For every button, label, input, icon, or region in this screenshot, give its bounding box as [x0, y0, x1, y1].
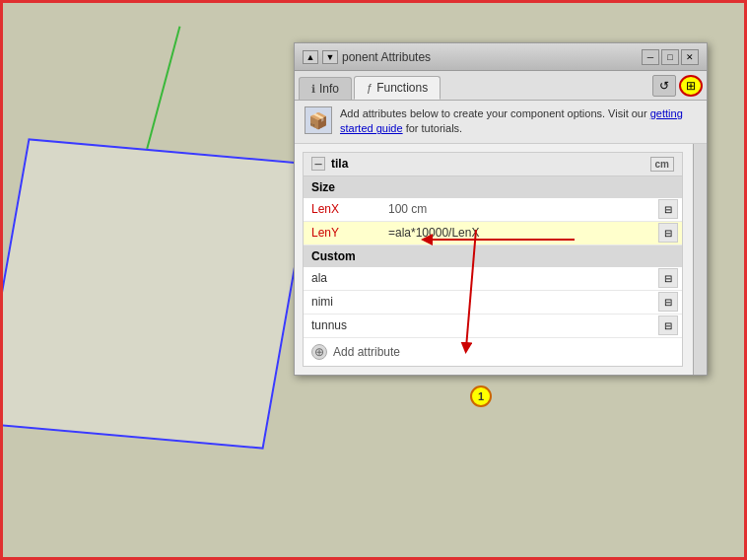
leny-value: =ala*10000/LenX — [382, 222, 658, 244]
titlebar-scroll-up[interactable]: ▲ — [303, 50, 318, 64]
add-attribute-row[interactable]: ⊕ Add attribute — [304, 338, 682, 366]
lenx-edit-button[interactable]: ⊟ — [658, 199, 678, 219]
component-attributes-dialog: ▲ ▼ ponent Attributes ─ □ ✕ ℹ Info ƒ Fun… — [294, 42, 708, 376]
tab-info[interactable]: ℹ Info — [299, 77, 352, 100]
size-group-header: Size — [304, 176, 682, 198]
collapse-button[interactable]: ─ — [311, 157, 325, 171]
extra-button[interactable]: ⊞ — [679, 75, 703, 97]
main-content: ─ tila cm Size LenX 100 cm ⊟ LenY =ala*1… — [295, 144, 707, 375]
tunnus-value — [382, 321, 658, 329]
nimi-edit-button[interactable]: ⊟ — [658, 292, 678, 312]
nimi-row: nimi ⊟ — [304, 291, 682, 315]
scrollbar[interactable] — [693, 144, 707, 375]
add-attribute-icon: ⊕ — [311, 344, 327, 360]
component-name: tila — [331, 157, 348, 171]
tunnus-name: tunnus — [304, 315, 382, 336]
component-section: ─ tila cm Size LenX 100 cm ⊟ LenY =ala*1… — [303, 152, 683, 367]
ala-value — [382, 274, 658, 282]
tab-functions-label: Functions — [376, 81, 428, 95]
component-icon: 📦 — [305, 106, 332, 134]
close-button[interactable]: ✕ — [681, 49, 699, 65]
tab-bar: ℹ Info ƒ Functions ↺ ⊞ — [295, 71, 707, 101]
dialog-title: ponent Attributes — [342, 50, 431, 64]
lenx-row: LenX 100 cm ⊟ — [304, 198, 682, 222]
ala-name: ala — [304, 267, 382, 289]
titlebar-scroll-down[interactable]: ▼ — [322, 50, 338, 64]
functions-tab-icon: ƒ — [367, 82, 373, 94]
section-header: ─ tila cm — [304, 153, 682, 176]
leny-row: LenY =ala*10000/LenX ⊟ — [304, 222, 682, 245]
tab-info-label: Info — [319, 82, 339, 96]
leny-edit-button[interactable]: ⊟ — [658, 223, 678, 243]
info-text-main: Add attributes below to create your comp… — [340, 107, 647, 119]
tab-functions[interactable]: ƒ Functions — [354, 76, 441, 100]
maximize-button[interactable]: □ — [661, 49, 679, 65]
tunnus-edit-button[interactable]: ⊟ — [658, 315, 678, 335]
unit-badge: cm — [650, 157, 674, 172]
leny-name: LenY — [304, 222, 382, 244]
minimize-button[interactable]: ─ — [642, 49, 659, 65]
tunnus-row: tunnus ⊟ — [304, 315, 682, 338]
info-tab-icon: ℹ — [311, 83, 315, 96]
dialog-titlebar: ▲ ▼ ponent Attributes ─ □ ✕ — [295, 43, 707, 71]
lenx-name: LenX — [304, 198, 382, 220]
nimi-name: nimi — [304, 291, 382, 313]
add-attribute-label: Add attribute — [333, 345, 400, 359]
titlebar-left: ▲ ▼ ponent Attributes — [303, 50, 431, 64]
nimi-value — [382, 298, 658, 306]
info-text-content: Add attributes below to create your comp… — [340, 106, 697, 137]
custom-group-header: Custom — [304, 245, 682, 267]
canvas-blue-shape — [3, 138, 314, 449]
lenx-value: 100 cm — [382, 198, 658, 220]
ala-row: ala ⊟ — [304, 267, 682, 291]
titlebar-controls: ─ □ ✕ — [642, 49, 699, 65]
ala-edit-button[interactable]: ⊟ — [658, 268, 678, 288]
tab-right-buttons: ↺ ⊞ — [652, 75, 703, 100]
info-text-suffix: for tutorials. — [406, 122, 462, 134]
info-bar: 📦 Add attributes below to create your co… — [295, 101, 707, 144]
refresh-button[interactable]: ↺ — [652, 75, 676, 97]
